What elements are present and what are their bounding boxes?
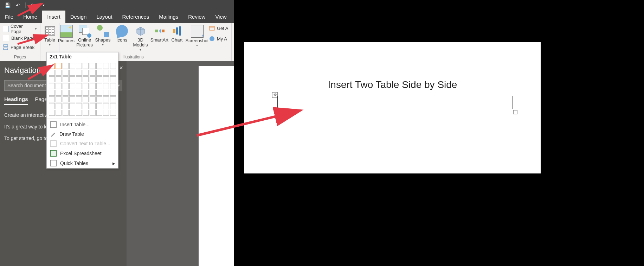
grid-cell[interactable] [56,110,62,116]
redo-icon[interactable]: ↷ [30,2,36,8]
my-addins-button[interactable]: My A [209,35,227,43]
table-cell[interactable] [395,96,513,109]
grid-cell[interactable] [56,103,62,109]
grid-cell[interactable] [83,103,89,109]
quick-tables-item[interactable]: Quick Tables ▶ [47,158,118,168]
grid-cell[interactable] [76,96,82,102]
grid-cell[interactable] [63,76,69,82]
grid-cell[interactable] [76,90,82,96]
grid-cell[interactable] [96,63,102,69]
grid-cell[interactable] [63,103,69,109]
grid-cell[interactable] [83,63,89,69]
grid-cell[interactable] [56,76,62,82]
grid-cell[interactable] [76,103,82,109]
grid-cell[interactable] [96,76,102,82]
grid-cell[interactable] [90,83,96,89]
tab-file[interactable]: File [0,11,18,23]
grid-cell[interactable] [63,110,69,116]
chart-button[interactable]: Chart [169,24,185,51]
grid-cell[interactable] [103,103,109,109]
table-cell[interactable] [278,96,395,109]
grid-cell[interactable] [63,83,69,89]
pictures-button[interactable]: Pictures [57,24,76,51]
tab-review[interactable]: Review [183,11,210,23]
grid-cell[interactable] [49,96,55,102]
grid-cell[interactable] [103,90,109,96]
page-break-button[interactable]: Page Break [3,43,37,52]
grid-cell[interactable] [69,70,75,76]
tab-mailings[interactable]: Mailings [154,11,183,23]
grid-cell[interactable] [110,90,116,96]
grid-cell[interactable] [103,110,109,116]
grid-cell[interactable] [49,63,55,69]
grid-cell[interactable] [96,83,102,89]
grid-cell[interactable] [83,96,89,102]
grid-cell[interactable] [110,70,116,76]
grid-cell[interactable] [90,90,96,96]
nav-tab-headings[interactable]: Headings [4,96,28,105]
grid-cell[interactable] [103,96,109,102]
grid-cell[interactable] [83,76,89,82]
excel-spreadsheet-item[interactable]: Excel Spreadsheet [47,148,118,158]
grid-cell[interactable] [69,83,75,89]
grid-cell[interactable] [103,83,109,89]
3d-models-button[interactable]: 3D Models ▼ [131,24,150,51]
blank-page-button[interactable]: Blank Page [3,33,37,43]
grid-cell[interactable] [110,63,116,69]
grid-cell[interactable] [83,70,89,76]
grid-cell[interactable] [90,70,96,76]
grid-cell[interactable] [69,103,75,109]
icons-button[interactable]: Icons [112,24,131,51]
table-size-grid[interactable] [47,61,118,118]
cover-page-button[interactable]: Cover Page ▼ [3,24,37,33]
grid-cell[interactable] [90,76,96,82]
grid-cell[interactable] [90,110,96,116]
grid-cell[interactable] [56,70,62,76]
grid-cell[interactable] [110,103,116,109]
grid-cell[interactable] [76,63,82,69]
close-icon[interactable]: × [119,64,123,72]
grid-cell[interactable] [110,110,116,116]
grid-cell[interactable] [76,110,82,116]
grid-cell[interactable] [103,63,109,69]
tab-insert[interactable]: Insert [42,11,65,23]
grid-cell[interactable] [103,70,109,76]
grid-cell[interactable] [76,70,82,76]
grid-cell[interactable] [96,103,102,109]
grid-cell[interactable] [49,70,55,76]
undo-icon[interactable]: ↶ [15,2,21,8]
grid-cell[interactable] [49,103,55,109]
grid-cell[interactable] [110,76,116,82]
shapes-button[interactable]: Shapes ▼ [94,24,112,51]
grid-cell[interactable] [49,90,55,96]
grid-cell[interactable] [76,83,82,89]
tab-view[interactable]: View [210,11,231,23]
grid-cell[interactable] [63,90,69,96]
grid-cell[interactable] [90,63,96,69]
grid-cell[interactable] [63,63,69,69]
grid-cell[interactable] [76,76,82,82]
grid-cell[interactable] [90,96,96,102]
table-button[interactable]: Table ▼ [40,24,59,46]
table-resize-handle-icon[interactable] [513,110,517,114]
grid-cell[interactable] [63,70,69,76]
grid-cell[interactable] [110,83,116,89]
inserted-table[interactable] [277,96,513,109]
grid-cell[interactable] [96,70,102,76]
save-icon[interactable]: 💾 [4,2,11,8]
grid-cell[interactable] [110,96,116,102]
smartart-button[interactable]: SmartArt [150,24,169,51]
tab-references[interactable]: References [117,11,154,23]
grid-cell[interactable] [96,96,102,102]
grid-cell[interactable] [56,83,62,89]
screenshot-button[interactable]: Screenshot ▼ [185,24,210,51]
grid-cell[interactable] [83,90,89,96]
grid-cell[interactable] [69,96,75,102]
grid-cell[interactable] [96,110,102,116]
grid-cell[interactable] [69,76,75,82]
grid-cell[interactable] [69,63,75,69]
grid-cell[interactable] [83,83,89,89]
grid-cell[interactable] [96,90,102,96]
grid-cell[interactable] [49,76,55,82]
grid-cell[interactable] [49,110,55,116]
